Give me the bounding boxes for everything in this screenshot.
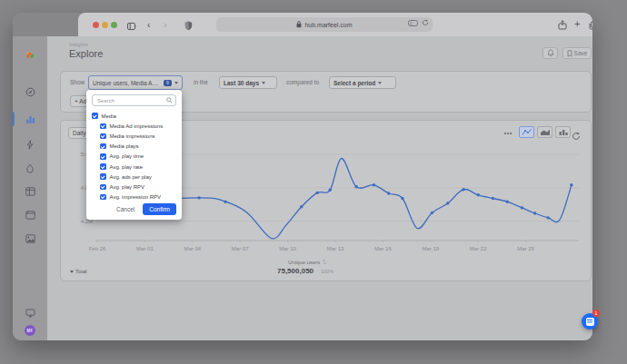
metric-option[interactable]: Avg. play time bbox=[86, 152, 182, 162]
shield-icon[interactable] bbox=[184, 20, 193, 34]
metrics-dropdown: MediaMedia Ad impressionsMedia impressio… bbox=[86, 90, 182, 220]
data-point bbox=[224, 201, 226, 203]
show-label: Show bbox=[70, 79, 85, 85]
bar-chart-button[interactable] bbox=[555, 126, 571, 138]
active-indicator bbox=[13, 112, 15, 126]
checkbox-checked-icon[interactable] bbox=[92, 113, 98, 119]
summary-column-header[interactable]: Unique users bbox=[288, 259, 327, 265]
metrics-select-value: Unique users, Media Ad im... bbox=[93, 80, 161, 86]
checkbox-checked-icon[interactable] bbox=[100, 123, 106, 130]
compass-icon[interactable] bbox=[13, 84, 47, 100]
line-chart-button[interactable] bbox=[519, 126, 534, 138]
address-bar[interactable]: hub.marfeel.com g bbox=[216, 17, 433, 32]
metrics-select[interactable]: Unique users, Media Ad im... 9 bbox=[88, 75, 183, 90]
checkbox-checked-icon[interactable] bbox=[100, 194, 106, 201]
metric-option[interactable]: Media plays bbox=[86, 142, 182, 152]
compare-select[interactable]: Select a period bbox=[329, 76, 396, 89]
metric-option-label: Avg. play time bbox=[110, 153, 144, 159]
x-axis-tick: Mar 10 bbox=[279, 246, 296, 251]
period-select[interactable]: Last 30 days bbox=[219, 76, 277, 89]
checkbox-checked-icon[interactable] bbox=[100, 163, 106, 170]
save-button[interactable]: Save bbox=[562, 47, 592, 59]
metric-option[interactable]: Avg. impression RPV bbox=[86, 192, 182, 202]
x-axis-tick: Mar 07 bbox=[232, 246, 249, 251]
more-options-icon[interactable] bbox=[504, 133, 512, 134]
marfeel-logo[interactable] bbox=[13, 47, 47, 64]
bell-icon bbox=[547, 49, 554, 57]
x-axis-tick: Mar 25 bbox=[517, 246, 534, 251]
compare-select-value: Select a period bbox=[333, 80, 375, 86]
page-title: Explore bbox=[69, 48, 103, 59]
total-percent: 100% bbox=[321, 269, 333, 274]
metric-option[interactable]: Media Ad impressions bbox=[86, 121, 182, 131]
reload-icon[interactable] bbox=[422, 19, 429, 27]
zoom-window-button[interactable] bbox=[111, 22, 117, 28]
summary-column-label: Unique users bbox=[288, 260, 320, 265]
checkbox-checked-icon[interactable] bbox=[100, 184, 106, 191]
total-row-label: Total bbox=[75, 269, 87, 274]
metrics-option-list: MediaMedia Ad impressionsMedia impressio… bbox=[86, 111, 182, 202]
avatar[interactable]: MF bbox=[25, 325, 35, 336]
data-point bbox=[300, 205, 303, 208]
total-row-toggle[interactable]: Total bbox=[70, 269, 87, 274]
metric-option-label: Avg. play RPV bbox=[110, 184, 145, 190]
data-point bbox=[506, 201, 509, 203]
x-axis-tick: Mar 22 bbox=[470, 246, 487, 251]
flash-icon[interactable] bbox=[13, 136, 47, 152]
site-settings-icon[interactable]: g bbox=[408, 20, 418, 27]
checkbox-checked-icon[interactable] bbox=[100, 173, 106, 180]
data-point bbox=[570, 183, 572, 186]
data-point bbox=[462, 188, 464, 191]
metric-option[interactable]: Avg. play RPV bbox=[86, 182, 182, 192]
checkbox-checked-icon[interactable] bbox=[100, 153, 106, 160]
search-icon bbox=[166, 97, 173, 103]
breadcrumb: Insights bbox=[69, 42, 88, 47]
cancel-button[interactable]: Cancel bbox=[116, 206, 134, 212]
data-point bbox=[315, 192, 318, 194]
checkbox-checked-icon[interactable] bbox=[100, 143, 106, 150]
metric-option[interactable]: Avg. ads per play bbox=[86, 172, 182, 182]
x-axis-tick: Mar 16 bbox=[374, 246, 392, 251]
chat-icon bbox=[586, 318, 594, 326]
bookmark-icon bbox=[567, 50, 572, 57]
browser-icon[interactable] bbox=[13, 207, 47, 223]
chevron-down-icon bbox=[262, 82, 265, 84]
tab-overview-icon[interactable] bbox=[589, 19, 592, 34]
notifications-button[interactable] bbox=[542, 47, 558, 59]
granularity-value: Daily bbox=[73, 130, 85, 136]
lock-icon bbox=[296, 21, 302, 29]
minimize-window-button[interactable] bbox=[102, 22, 108, 28]
chart-type-group bbox=[519, 126, 571, 138]
analytics-icon[interactable] bbox=[13, 111, 47, 127]
x-axis-tick: Mar 04 bbox=[184, 246, 201, 251]
data-point bbox=[477, 193, 480, 196]
devices-icon[interactable] bbox=[13, 305, 47, 321]
x-axis-tick: Feb 26 bbox=[89, 246, 106, 251]
chevron-down-icon bbox=[70, 271, 74, 273]
data-point bbox=[197, 196, 200, 199]
in-the-label: in the bbox=[194, 79, 208, 85]
droplet-icon[interactable] bbox=[13, 160, 47, 176]
close-window-button[interactable] bbox=[93, 22, 99, 28]
back-icon[interactable]: ‹ bbox=[147, 18, 150, 33]
confirm-button[interactable]: Confirm bbox=[143, 203, 176, 215]
x-axis-tick: Mar 01 bbox=[136, 246, 154, 251]
metric-option[interactable]: Media bbox=[86, 111, 182, 121]
new-tab-icon[interactable]: + bbox=[574, 16, 580, 31]
url-text: hub.marfeel.com bbox=[304, 22, 352, 28]
forward-icon[interactable]: › bbox=[164, 18, 166, 33]
checkbox-checked-icon[interactable] bbox=[100, 133, 106, 140]
chevron-down-icon bbox=[378, 82, 382, 84]
metric-option[interactable]: Avg. play rate bbox=[86, 162, 182, 172]
metric-option[interactable]: Media impressions bbox=[86, 131, 182, 141]
boards-icon[interactable] bbox=[13, 183, 47, 200]
metric-option-label: Avg. impression RPV bbox=[110, 194, 162, 200]
data-point bbox=[446, 202, 449, 204]
metric-option-label: Avg. play rate bbox=[110, 164, 144, 170]
media-icon[interactable] bbox=[13, 231, 47, 247]
share-icon[interactable] bbox=[558, 19, 567, 34]
line-chart-icon bbox=[522, 128, 532, 136]
sidebar-toggle-icon[interactable] bbox=[127, 20, 137, 34]
area-chart-button[interactable] bbox=[537, 126, 552, 138]
search-input[interactable] bbox=[92, 94, 176, 106]
